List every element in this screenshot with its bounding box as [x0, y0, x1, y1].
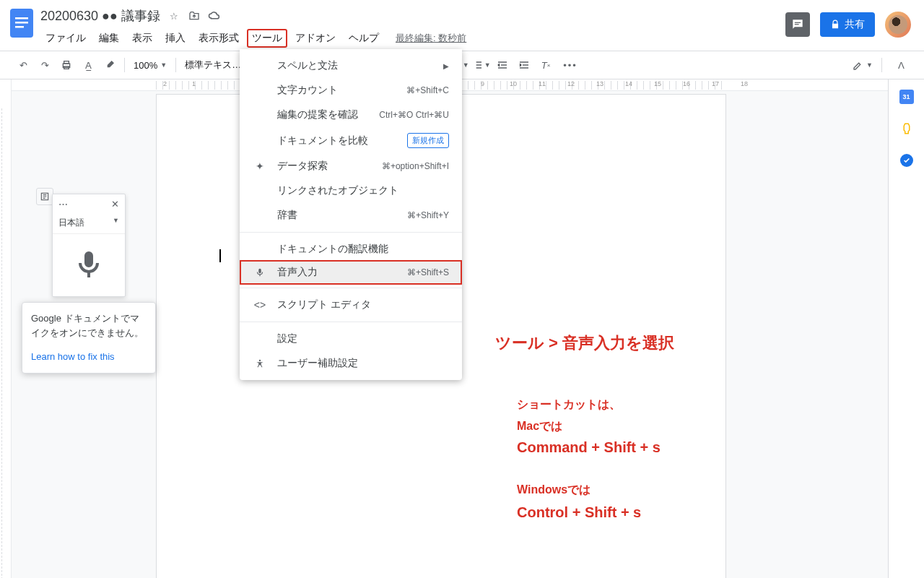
menu-wordcount[interactable]: 文字カウント⌘+Shift+C: [240, 78, 462, 103]
explore-icon: ✦: [253, 160, 267, 172]
calendar-icon[interactable]: 31: [899, 90, 914, 104]
document-title[interactable]: 20200630 ●● 議事録: [40, 7, 160, 25]
menu-format[interactable]: 表示形式: [193, 29, 244, 48]
title-area: 20200630 ●● 議事録 ☆ ファイル 編集 表示 挿入 表示形式 ツール…: [40, 6, 785, 48]
menu-insert[interactable]: 挿入: [160, 29, 191, 48]
tasks-icon[interactable]: [899, 153, 914, 168]
voice-mic-button[interactable]: [53, 234, 125, 296]
menu-edit[interactable]: 編集: [94, 29, 124, 48]
comments-button[interactable]: [785, 12, 810, 37]
annotation-mac-shortcut: Command + Shift + s: [517, 439, 661, 456]
share-label: 共有: [845, 18, 865, 31]
svg-rect-3: [15, 26, 24, 28]
mic-icon: [253, 267, 267, 277]
menu-spelling[interactable]: スペルと文法▶: [240, 53, 462, 78]
svg-rect-5: [795, 24, 799, 25]
annotation-win-label: Windowsでは: [517, 483, 590, 498]
user-avatar[interactable]: [885, 12, 911, 38]
zoom-select[interactable]: 100%▼: [129, 60, 171, 71]
menu-translate[interactable]: ドキュメントの翻訳機能: [240, 237, 462, 262]
keep-icon[interactable]: [899, 121, 914, 136]
editing-mode-button[interactable]: ▼: [853, 55, 873, 75]
accessibility-icon: [253, 358, 267, 368]
svg-rect-2: [15, 22, 28, 24]
svg-rect-7: [64, 61, 69, 64]
move-icon[interactable]: [188, 9, 201, 22]
menu-explore[interactable]: ✦データ探索⌘+option+Shift+I: [240, 154, 462, 178]
voice-language-select[interactable]: 日本語▼: [53, 214, 125, 234]
app-header: 20200630 ●● 議事録 ☆ ファイル 編集 表示 挿入 表示形式 ツール…: [0, 0, 924, 48]
menu-preferences[interactable]: 設定: [240, 327, 462, 351]
more-tools-button[interactable]: •••: [560, 55, 580, 75]
menu-addons[interactable]: アドオン: [290, 29, 341, 48]
print-button[interactable]: [56, 55, 77, 75]
number-list-button[interactable]: ▼: [471, 55, 491, 75]
tools-dropdown: スペルと文法▶ 文字カウント⌘+Shift+C 編集の提案を確認Ctrl+⌘O …: [240, 49, 462, 380]
menu-script-editor[interactable]: <>スクリプト エディタ: [240, 293, 462, 317]
toolbar: ↶ ↷ A̲ 100%▼ 標準テキス…▼ A ▼ ▼ ▼ ▼ ▼ T× ••• …: [0, 51, 924, 79]
menu-accessibility[interactable]: ユーザー補助設定: [240, 351, 462, 376]
undo-button[interactable]: ↶: [13, 55, 33, 75]
collapse-sidebar-button[interactable]: ᐱ: [891, 55, 911, 75]
side-panel: 31: [888, 79, 924, 578]
menu-dictionary[interactable]: 辞書⌘+Shift+Y: [240, 203, 462, 228]
menu-help[interactable]: ヘルプ: [344, 29, 384, 48]
menu-tools[interactable]: ツール: [247, 29, 287, 48]
voice-menu-icon[interactable]: ⋯: [58, 199, 68, 210]
menu-compare-docs[interactable]: ドキュメントを比較新規作成: [240, 127, 462, 154]
voice-close-icon[interactable]: ✕: [111, 199, 119, 210]
menu-voice-typing[interactable]: 音声入力⌘+Shift+S: [240, 260, 462, 285]
text-cursor: [219, 249, 221, 262]
menu-linked-objects[interactable]: リンクされたオブジェクト: [240, 178, 462, 203]
share-button[interactable]: 共有: [820, 12, 875, 37]
star-icon[interactable]: ☆: [167, 9, 180, 22]
lock-icon: [830, 20, 840, 30]
indent-button[interactable]: [514, 55, 534, 75]
voice-input-widget[interactable]: ⋯ ✕ 日本語▼: [52, 194, 126, 297]
svg-rect-4: [795, 22, 801, 23]
docs-app-icon[interactable]: [9, 6, 35, 40]
menubar: ファイル 編集 表示 挿入 表示形式 ツール アドオン ヘルプ 最終編集: 数秒…: [40, 29, 785, 48]
workspace: 21 1 910 1112 1314 1516 1718 ⋯ ✕ 日本語▼: [0, 79, 924, 578]
annotation-win-shortcut: Control + Shift + s: [517, 504, 641, 521]
mic-error-tooltip: Google ドキュメントでマ イクをオンにできません。 Learn how t…: [22, 302, 156, 374]
annotation-title: ツール > 音声入力を選択: [495, 332, 674, 354]
clear-format-button[interactable]: T×: [536, 55, 556, 75]
header-actions: 共有: [785, 6, 915, 38]
menu-review-suggestions[interactable]: 編集の提案を確認Ctrl+⌘O Ctrl+⌘U: [240, 103, 462, 127]
redo-button[interactable]: ↷: [35, 55, 55, 75]
svg-rect-1: [15, 17, 28, 20]
annotation-mac-label: Macでは: [517, 419, 562, 434]
spellcheck-button[interactable]: A̲: [78, 55, 98, 75]
outdent-button[interactable]: [492, 55, 513, 75]
menu-view[interactable]: 表示: [127, 29, 157, 48]
svg-point-15: [259, 360, 261, 361]
learn-fix-link[interactable]: Learn how to fix this: [31, 350, 147, 364]
annotation-shortcut-label: ショートカットは、: [517, 397, 621, 413]
paint-format-button[interactable]: [100, 55, 120, 75]
menu-file[interactable]: ファイル: [40, 29, 91, 48]
code-icon: <>: [253, 299, 267, 311]
outline-toggle[interactable]: [36, 188, 53, 205]
last-edit-link[interactable]: 最終編集: 数秒前: [396, 32, 466, 45]
cloud-icon[interactable]: [208, 9, 221, 22]
vertical-ruler: [0, 79, 12, 578]
